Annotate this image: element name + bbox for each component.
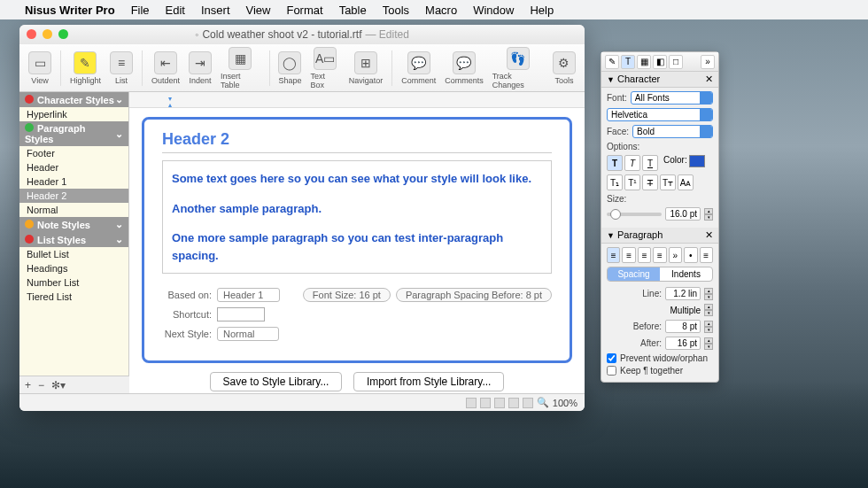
menu-table[interactable]: Table — [339, 4, 367, 17]
align-left-button[interactable]: ≡ — [607, 247, 620, 263]
import-from-library-button[interactable]: Import from Style Library... — [353, 372, 504, 391]
line-stepper[interactable]: ▴▾ — [704, 288, 713, 300]
tool-view[interactable]: ▭View — [25, 51, 55, 85]
tool-textbox[interactable]: A▭Text Box — [307, 47, 344, 89]
palette-tab-3[interactable]: ▦ — [637, 55, 651, 69]
font-size-input[interactable]: 16.0 pt — [665, 207, 701, 221]
spacing-indents-tabs[interactable]: Spacing Indents — [607, 267, 713, 282]
ltr-button[interactable]: • — [684, 247, 697, 263]
tool-list[interactable]: ≡List — [106, 51, 136, 85]
zoom-button[interactable] — [58, 29, 68, 39]
palette-tab-text[interactable]: T — [621, 55, 635, 69]
tool-insert-table[interactable]: ▦Insert Table — [217, 47, 264, 89]
italic-button[interactable]: T — [624, 155, 640, 171]
rtl-button[interactable]: ≡ — [700, 247, 713, 263]
subscript-button[interactable]: T₁ — [607, 174, 623, 190]
status-icon-5[interactable] — [523, 398, 533, 408]
superscript-button[interactable]: T¹ — [624, 174, 640, 190]
tool-tools[interactable]: ⚙Tools — [549, 51, 579, 85]
font-size-slider[interactable] — [607, 213, 662, 216]
shortcut-input[interactable] — [217, 307, 265, 321]
palette-tab-5[interactable]: □ — [669, 55, 683, 69]
status-icon-1[interactable] — [466, 398, 477, 408]
multiple-stepper[interactable]: ▴▾ — [704, 304, 713, 316]
section-character-styles[interactable]: Character Styles⌄ — [19, 92, 128, 107]
style-footer[interactable]: Footer — [19, 146, 128, 160]
style-header[interactable]: Header — [19, 160, 128, 174]
tab-spacing[interactable]: Spacing — [608, 267, 660, 281]
save-to-library-button[interactable]: Save to Style Library... — [210, 372, 343, 391]
tab-indents[interactable]: Indents — [660, 267, 712, 281]
after-stepper[interactable]: ▴▾ — [704, 337, 713, 350]
palette-tab-4[interactable]: ◧ — [653, 55, 667, 69]
minimize-button[interactable] — [43, 29, 52, 39]
menu-edit[interactable]: Edit — [166, 4, 185, 17]
underline-button[interactable]: T — [642, 155, 658, 171]
menu-view[interactable]: View — [246, 4, 271, 17]
section-paragraph-styles[interactable]: Paragraph Styles⌄ — [19, 121, 128, 146]
paragraph-panel-header[interactable]: ▼ Paragraph ✕ — [601, 228, 718, 244]
menu-insert[interactable]: Insert — [201, 4, 230, 17]
strike-button[interactable]: T̶ — [642, 174, 658, 190]
menu-tools[interactable]: Tools — [383, 4, 409, 17]
style-headings[interactable]: Headings — [19, 261, 128, 275]
multiple-select[interactable]: Multiple — [670, 306, 701, 315]
space-after-input[interactable]: 16 pt — [665, 337, 701, 350]
style-options-button[interactable]: ✻▾ — [51, 379, 66, 391]
align-center-button[interactable]: ≡ — [622, 247, 635, 263]
palette-tab-more[interactable]: » — [701, 55, 715, 69]
smallcaps-button[interactable]: Aᴀ — [678, 174, 694, 190]
tool-comments[interactable]: 💬Comments — [441, 51, 487, 85]
section-note-styles[interactable]: Note Styles⌄ — [19, 217, 128, 232]
keep-together-checkbox[interactable] — [607, 366, 616, 376]
inspector-palette[interactable]: ✎ T ▦ ◧ □ » ▼ Character ✕ Font:All Fonts… — [601, 51, 719, 383]
menu-file[interactable]: File — [131, 4, 150, 17]
menu-format[interactable]: Format — [286, 4, 322, 17]
menu-help[interactable]: Help — [530, 4, 554, 17]
tool-shape[interactable]: ◯Shape — [275, 51, 305, 85]
close-character-panel[interactable]: ✕ — [705, 74, 713, 85]
close-button[interactable] — [27, 29, 36, 39]
more-align-button[interactable]: » — [669, 247, 682, 263]
status-icon-3[interactable] — [494, 398, 505, 408]
tool-highlight[interactable]: ✎Highlight — [66, 51, 105, 85]
menu-macro[interactable]: Macro — [425, 4, 457, 17]
tool-track-changes[interactable]: 👣Track Changes — [489, 47, 547, 89]
style-normal[interactable]: Normal — [19, 203, 128, 217]
style-bullet-list[interactable]: Bullet List — [19, 247, 128, 261]
space-before-input[interactable]: 8 pt — [665, 320, 701, 333]
style-hyperlink[interactable]: Hyperlink — [19, 107, 128, 121]
style-number-list[interactable]: Number List — [19, 275, 128, 290]
tool-outdent[interactable]: ⇤Outdent — [148, 51, 183, 85]
next-style-select[interactable]: Normal — [217, 327, 279, 341]
style-header-2[interactable]: Header 2 — [19, 189, 128, 203]
remove-style-button[interactable]: − — [38, 379, 44, 391]
menu-window[interactable]: Window — [473, 4, 514, 17]
prevent-widow-checkbox[interactable] — [607, 353, 616, 363]
status-icon-4[interactable] — [508, 398, 519, 408]
text-color-swatch[interactable] — [689, 155, 705, 167]
section-list-styles[interactable]: List Styles⌄ — [19, 232, 128, 247]
font-size-stepper[interactable]: ▴▾ — [704, 208, 713, 221]
bold-button[interactable]: T — [607, 155, 623, 171]
font-face-select[interactable]: Bold — [632, 125, 713, 138]
align-justify-button[interactable]: ≡ — [653, 247, 666, 263]
para-spacing-chip[interactable]: Paragraph Spacing Before: 8 pt — [396, 288, 552, 302]
based-on-select[interactable]: Header 1 — [217, 288, 280, 302]
font-size-chip[interactable]: Font Size: 16 pt — [303, 288, 391, 302]
font-name-select[interactable]: Helvetica — [607, 108, 713, 121]
tool-navigator[interactable]: ⊞Navigator — [345, 51, 387, 85]
horizontal-ruler[interactable]: ▾ ▴ — [129, 92, 585, 108]
line-spacing-input[interactable]: 1.2 lin — [665, 287, 701, 300]
character-panel-header[interactable]: ▼ Character ✕ — [601, 72, 718, 88]
zoom-search-icon[interactable]: 🔍 — [537, 397, 549, 408]
style-name-heading[interactable]: Header 2 — [162, 130, 552, 153]
window-titlebar[interactable]: ◦ Cold weather shoot v2 - tutorial.rtf —… — [19, 25, 585, 44]
status-icon-2[interactable] — [480, 398, 491, 408]
tool-comment[interactable]: 💬Comment — [398, 51, 439, 85]
style-tiered-list[interactable]: Tiered List — [19, 290, 128, 304]
font-family-select[interactable]: All Fonts — [631, 91, 713, 105]
style-header-1[interactable]: Header 1 — [19, 174, 128, 189]
align-right-button[interactable]: ≡ — [638, 247, 651, 263]
add-style-button[interactable]: + — [25, 379, 31, 391]
